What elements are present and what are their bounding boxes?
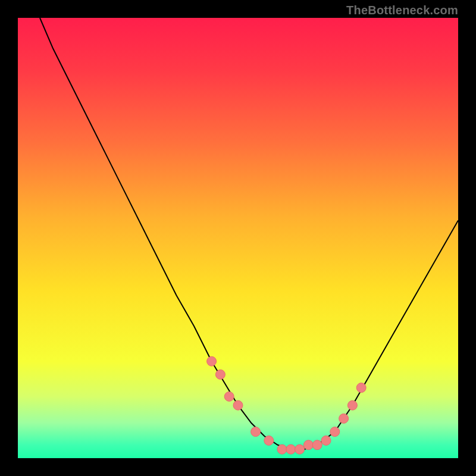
curve-marker	[330, 427, 340, 437]
curve-marker	[321, 436, 331, 445]
chart-frame: TheBottleneck.com	[0, 0, 476, 476]
curve-marker	[251, 427, 261, 437]
curve-marker	[356, 383, 366, 393]
watermark-text: TheBottleneck.com	[346, 4, 458, 17]
curve-marker	[277, 444, 287, 454]
chart-svg	[18, 18, 458, 458]
curve-marker	[312, 440, 322, 450]
curve-marker	[347, 400, 357, 410]
bottleneck-curve	[40, 18, 458, 449]
curve-marker	[215, 369, 225, 379]
curve-marker	[264, 436, 274, 445]
curve-marker	[286, 444, 296, 454]
curve-marker	[224, 392, 234, 401]
curve-marker	[295, 444, 305, 454]
curve-marker	[207, 356, 217, 366]
curve-marker	[339, 414, 349, 423]
curve-marker	[303, 440, 313, 450]
curve-marker	[233, 400, 243, 410]
curve-markers	[207, 356, 367, 454]
